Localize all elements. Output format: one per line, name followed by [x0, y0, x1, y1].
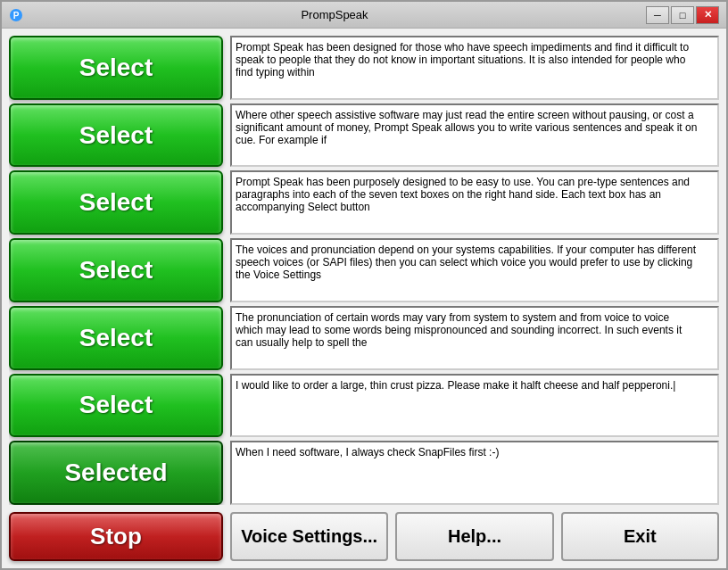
- text-container-6: [230, 374, 719, 438]
- select-button-6[interactable]: Select: [9, 374, 223, 438]
- text-container-2: [230, 103, 719, 168]
- text-area-7[interactable]: [230, 441, 719, 505]
- text-area-6[interactable]: [230, 374, 719, 438]
- text-area-5[interactable]: [230, 306, 719, 370]
- text-container-7: [230, 441, 719, 505]
- text-container-5: [230, 306, 719, 370]
- bottom-toolbar: Stop Voice Settings... Help... Exit: [9, 512, 719, 561]
- text-container-3: [230, 170, 719, 235]
- select-button-2[interactable]: Select: [9, 103, 223, 168]
- minimize-button[interactable]: ─: [646, 6, 669, 24]
- main-window: P PrompSpeak ─ □ ✕ SelectSelectSelectSel…: [0, 0, 728, 570]
- stop-button[interactable]: Stop: [9, 512, 223, 561]
- select-row-4: Select: [9, 238, 719, 302]
- voice-settings-button[interactable]: Voice Settings...: [230, 512, 388, 561]
- select-row-3: Select: [9, 170, 719, 235]
- select-button-5[interactable]: Select: [9, 306, 223, 370]
- select-row-6: Select: [9, 374, 719, 438]
- main-content: SelectSelectSelectSelectSelectSelectSele…: [2, 29, 726, 568]
- select-row-2: Select: [9, 103, 719, 168]
- window-controls: ─ □ ✕: [646, 6, 719, 24]
- select-button-7[interactable]: Selected: [9, 441, 223, 505]
- select-row-1: Select: [9, 36, 719, 100]
- text-container-1: [230, 36, 719, 100]
- text-container-4: [230, 238, 719, 302]
- close-button[interactable]: ✕: [696, 6, 719, 24]
- svg-text:P: P: [13, 11, 20, 21]
- exit-button[interactable]: Exit: [561, 512, 719, 561]
- text-area-3[interactable]: [230, 170, 719, 235]
- select-button-1[interactable]: Select: [9, 36, 223, 100]
- select-button-3[interactable]: Select: [9, 170, 223, 235]
- restore-button[interactable]: □: [671, 6, 694, 24]
- window-title: PrompSpeak: [23, 8, 646, 21]
- select-button-4[interactable]: Select: [9, 238, 223, 302]
- title-bar-icon: P: [9, 8, 23, 22]
- title-bar: P PrompSpeak ─ □ ✕: [2, 2, 726, 29]
- select-row-5: Select: [9, 306, 719, 370]
- select-row-7: Selected: [9, 441, 719, 505]
- text-area-1[interactable]: [230, 36, 719, 100]
- help-button[interactable]: Help...: [395, 512, 553, 561]
- text-area-4[interactable]: [230, 238, 719, 302]
- text-area-2[interactable]: [230, 103, 719, 168]
